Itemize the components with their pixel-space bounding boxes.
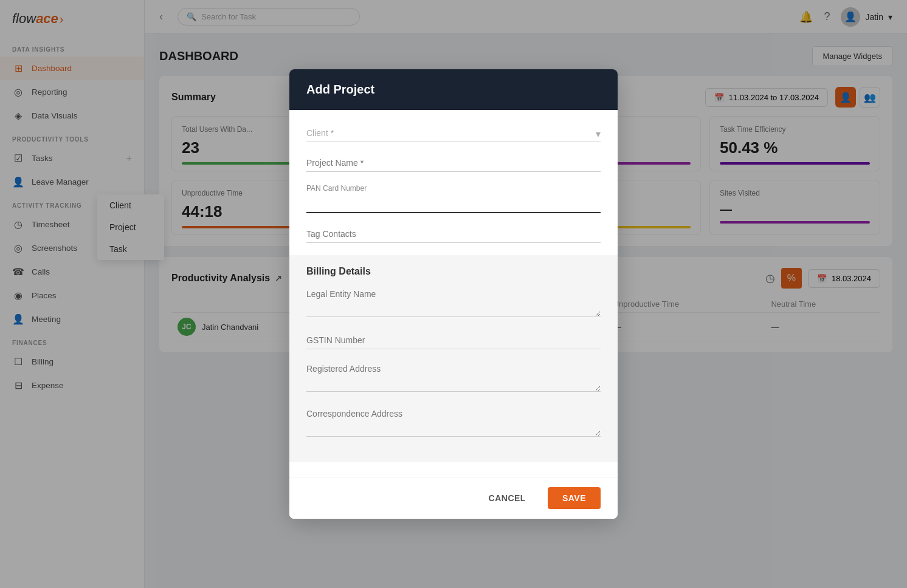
registered-address-input[interactable]: [306, 361, 601, 392]
add-project-modal: Add Project Client * PAN Card Number Bil…: [289, 69, 618, 519]
client-select[interactable]: Client *: [306, 125, 601, 142]
tag-contacts-input[interactable]: [306, 225, 601, 243]
correspondence-address-field: [306, 406, 601, 439]
legal-entity-field: [306, 287, 601, 320]
gstin-input[interactable]: [306, 332, 601, 349]
billing-title: Billing Details: [306, 266, 601, 277]
project-name-input[interactable]: [306, 154, 601, 172]
registered-address-field: [306, 361, 601, 394]
save-button[interactable]: SAVE: [548, 487, 601, 509]
pan-card-label: PAN Card Number: [306, 184, 601, 193]
project-name-field: [306, 154, 601, 172]
gstin-field: [306, 332, 601, 349]
correspondence-address-input[interactable]: [306, 406, 601, 437]
legal-entity-input[interactable]: [306, 287, 601, 317]
client-field: Client *: [306, 125, 601, 142]
modal-header: Add Project: [289, 69, 618, 110]
pan-card-field: PAN Card Number: [306, 184, 601, 213]
client-select-wrapper: Client *: [306, 125, 601, 142]
modal-body: Client * PAN Card Number Billing Details: [289, 110, 618, 477]
tag-contacts-field: [306, 225, 601, 243]
cancel-button[interactable]: CANCEL: [474, 487, 540, 509]
billing-section: Billing Details: [289, 255, 618, 462]
modal-footer: CANCEL SAVE: [289, 477, 618, 519]
modal-title: Add Project: [306, 83, 374, 96]
pan-card-input[interactable]: [306, 195, 601, 213]
